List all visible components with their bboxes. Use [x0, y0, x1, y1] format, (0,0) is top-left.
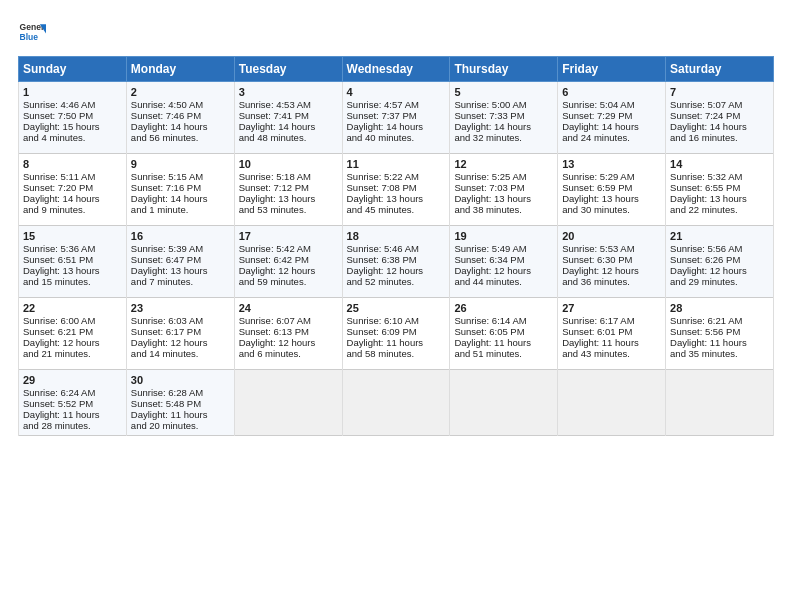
day-number: 10 — [239, 158, 338, 170]
day-number: 18 — [347, 230, 446, 242]
svg-text:Blue: Blue — [20, 32, 39, 42]
calendar-cell: 3Sunrise: 4:53 AMSunset: 7:41 PMDaylight… — [234, 82, 342, 154]
day-info: Sunrise: 6:17 AM — [562, 315, 661, 326]
calendar-cell: 26Sunrise: 6:14 AMSunset: 6:05 PMDayligh… — [450, 298, 558, 370]
day-info: Sunrise: 5:07 AM — [670, 99, 769, 110]
day-number: 9 — [131, 158, 230, 170]
day-info: Daylight: 15 hours — [23, 121, 122, 132]
day-number: 17 — [239, 230, 338, 242]
day-info: and 38 minutes. — [454, 204, 553, 215]
day-info: Sunrise: 6:28 AM — [131, 387, 230, 398]
day-info: Sunrise: 5:56 AM — [670, 243, 769, 254]
day-info: and 36 minutes. — [562, 276, 661, 287]
calendar-cell: 9Sunrise: 5:15 AMSunset: 7:16 PMDaylight… — [126, 154, 234, 226]
day-info: Daylight: 14 hours — [670, 121, 769, 132]
day-info: Daylight: 12 hours — [239, 337, 338, 348]
day-number: 14 — [670, 158, 769, 170]
day-number: 7 — [670, 86, 769, 98]
calendar-cell: 11Sunrise: 5:22 AMSunset: 7:08 PMDayligh… — [342, 154, 450, 226]
day-info: and 21 minutes. — [23, 348, 122, 359]
day-info: Sunset: 7:03 PM — [454, 182, 553, 193]
day-info: Sunrise: 6:21 AM — [670, 315, 769, 326]
calendar-cell: 18Sunrise: 5:46 AMSunset: 6:38 PMDayligh… — [342, 226, 450, 298]
day-info: Daylight: 11 hours — [131, 409, 230, 420]
day-info: and 52 minutes. — [347, 276, 446, 287]
day-info: Sunrise: 5:42 AM — [239, 243, 338, 254]
weekday-header-tuesday: Tuesday — [234, 57, 342, 82]
calendar-cell: 30Sunrise: 6:28 AMSunset: 5:48 PMDayligh… — [126, 370, 234, 436]
day-number: 24 — [239, 302, 338, 314]
day-info: Daylight: 13 hours — [131, 265, 230, 276]
day-info: Daylight: 13 hours — [454, 193, 553, 204]
day-number: 30 — [131, 374, 230, 386]
calendar-cell: 13Sunrise: 5:29 AMSunset: 6:59 PMDayligh… — [558, 154, 666, 226]
day-info: Sunrise: 5:53 AM — [562, 243, 661, 254]
day-info: and 20 minutes. — [131, 420, 230, 431]
day-info: Daylight: 13 hours — [670, 193, 769, 204]
day-info: and 9 minutes. — [23, 204, 122, 215]
calendar-week-3: 15Sunrise: 5:36 AMSunset: 6:51 PMDayligh… — [19, 226, 774, 298]
calendar-week-2: 8Sunrise: 5:11 AMSunset: 7:20 PMDaylight… — [19, 154, 774, 226]
day-info: Sunrise: 6:10 AM — [347, 315, 446, 326]
calendar-cell: 8Sunrise: 5:11 AMSunset: 7:20 PMDaylight… — [19, 154, 127, 226]
day-info: Daylight: 11 hours — [23, 409, 122, 420]
calendar-cell: 20Sunrise: 5:53 AMSunset: 6:30 PMDayligh… — [558, 226, 666, 298]
calendar-cell — [558, 370, 666, 436]
calendar-cell: 17Sunrise: 5:42 AMSunset: 6:42 PMDayligh… — [234, 226, 342, 298]
calendar-week-4: 22Sunrise: 6:00 AMSunset: 6:21 PMDayligh… — [19, 298, 774, 370]
calendar-cell: 29Sunrise: 6:24 AMSunset: 5:52 PMDayligh… — [19, 370, 127, 436]
day-info: Daylight: 12 hours — [670, 265, 769, 276]
calendar-cell: 14Sunrise: 5:32 AMSunset: 6:55 PMDayligh… — [666, 154, 774, 226]
day-info: and 7 minutes. — [131, 276, 230, 287]
day-info: Sunset: 6:59 PM — [562, 182, 661, 193]
day-info: Daylight: 14 hours — [239, 121, 338, 132]
calendar-cell: 10Sunrise: 5:18 AMSunset: 7:12 PMDayligh… — [234, 154, 342, 226]
day-number: 20 — [562, 230, 661, 242]
day-info: Sunrise: 4:57 AM — [347, 99, 446, 110]
day-info: Sunrise: 5:00 AM — [454, 99, 553, 110]
day-number: 4 — [347, 86, 446, 98]
day-info: Daylight: 14 hours — [347, 121, 446, 132]
day-info: Daylight: 11 hours — [347, 337, 446, 348]
day-number: 2 — [131, 86, 230, 98]
calendar-cell: 15Sunrise: 5:36 AMSunset: 6:51 PMDayligh… — [19, 226, 127, 298]
day-info: Sunset: 6:38 PM — [347, 254, 446, 265]
calendar-cell — [666, 370, 774, 436]
day-info: Daylight: 12 hours — [454, 265, 553, 276]
day-info: Sunrise: 6:07 AM — [239, 315, 338, 326]
day-info: Sunset: 6:21 PM — [23, 326, 122, 337]
day-info: Daylight: 14 hours — [23, 193, 122, 204]
day-info: Sunset: 6:13 PM — [239, 326, 338, 337]
day-number: 5 — [454, 86, 553, 98]
day-info: and 28 minutes. — [23, 420, 122, 431]
day-info: Sunset: 5:48 PM — [131, 398, 230, 409]
day-info: Daylight: 14 hours — [131, 121, 230, 132]
day-info: Sunset: 6:09 PM — [347, 326, 446, 337]
day-info: Sunrise: 5:25 AM — [454, 171, 553, 182]
calendar-cell: 28Sunrise: 6:21 AMSunset: 5:56 PMDayligh… — [666, 298, 774, 370]
day-info: Sunset: 7:46 PM — [131, 110, 230, 121]
day-number: 1 — [23, 86, 122, 98]
day-number: 15 — [23, 230, 122, 242]
day-info: Sunset: 7:20 PM — [23, 182, 122, 193]
calendar-cell — [450, 370, 558, 436]
day-info: and 32 minutes. — [454, 132, 553, 143]
day-number: 21 — [670, 230, 769, 242]
day-info: Sunrise: 4:46 AM — [23, 99, 122, 110]
day-info: Daylight: 12 hours — [131, 337, 230, 348]
weekday-header-sunday: Sunday — [19, 57, 127, 82]
calendar-cell: 21Sunrise: 5:56 AMSunset: 6:26 PMDayligh… — [666, 226, 774, 298]
day-info: and 45 minutes. — [347, 204, 446, 215]
day-info: Sunset: 6:47 PM — [131, 254, 230, 265]
day-info: Sunset: 6:51 PM — [23, 254, 122, 265]
day-number: 19 — [454, 230, 553, 242]
calendar-header: SundayMondayTuesdayWednesdayThursdayFrid… — [19, 57, 774, 82]
day-number: 29 — [23, 374, 122, 386]
day-info: and 6 minutes. — [239, 348, 338, 359]
logo-icon: General Blue — [18, 18, 46, 46]
day-info: Daylight: 12 hours — [239, 265, 338, 276]
day-number: 16 — [131, 230, 230, 242]
weekday-header-monday: Monday — [126, 57, 234, 82]
day-info: and 59 minutes. — [239, 276, 338, 287]
day-info: Sunrise: 5:49 AM — [454, 243, 553, 254]
